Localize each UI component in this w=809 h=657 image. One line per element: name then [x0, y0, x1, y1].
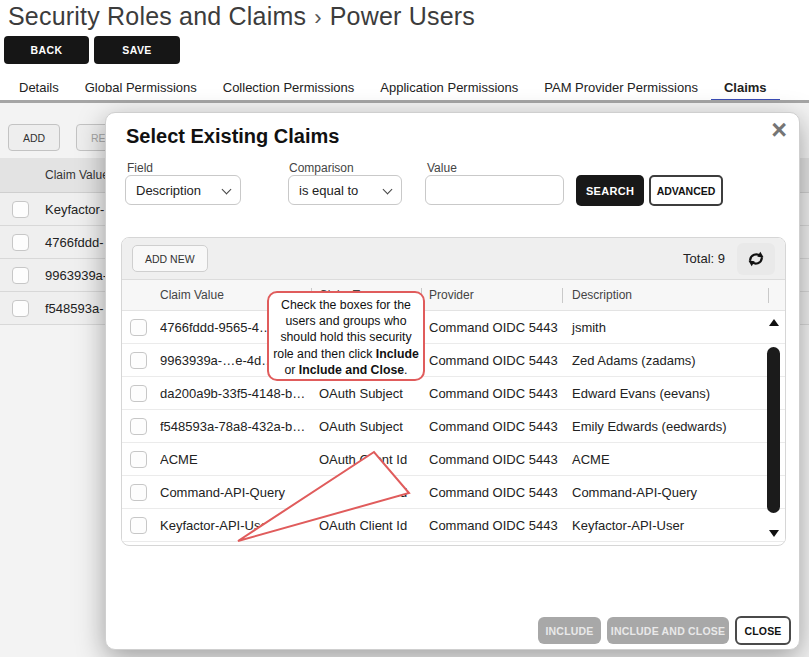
row-checkbox[interactable]: [130, 451, 147, 468]
value-label: Value: [427, 161, 457, 175]
field-select[interactable]: Description: [125, 175, 241, 205]
provider-cell: Command OIDC 5443: [421, 386, 562, 401]
refresh-icon: [746, 249, 766, 269]
column-header-description[interactable]: Description: [562, 288, 785, 302]
column-separator: [562, 288, 563, 303]
callout-text: Include and Close: [299, 363, 404, 377]
scroll-down-icon[interactable]: [769, 530, 779, 537]
tab-claims[interactable]: Claims: [711, 75, 780, 103]
grid-header-row: Claim Value Claim Type Provider Descript…: [122, 280, 785, 311]
scrollbar[interactable]: [766, 315, 782, 541]
claim-value-cell: da200a9b-33f5-4148-b…: [160, 386, 311, 401]
description-cell: Emily Edwards (eedwards): [562, 419, 785, 434]
page-title: Security Roles and Claims›Power Users: [8, 2, 475, 31]
advanced-button[interactable]: ADVANCED: [649, 175, 723, 206]
claim-row: Command-API-QueryOAuth Client IdCommand …: [122, 476, 785, 509]
claim-row: da200a9b-33f5-4148-b…OAuth SubjectComman…: [122, 377, 785, 410]
description-cell: ACME: [562, 452, 785, 467]
claim-row: f548593a-78a8-432a-b…OAuth SubjectComman…: [122, 410, 785, 443]
field-select-value: Description: [136, 183, 201, 198]
row-checkbox[interactable]: [130, 385, 147, 402]
claim-value-cell: Command-API-Query: [160, 485, 311, 500]
claim-value-cell: 4766fddd-: [45, 235, 104, 250]
provider-cell: Command OIDC 5443: [421, 518, 562, 533]
description-cell: Edward Evans (eevans): [562, 386, 785, 401]
column-header-provider[interactable]: Provider: [421, 288, 562, 302]
claims-grid: ADD NEW Total: 9 Claim Value Claim Type …: [121, 237, 786, 546]
claim-type-cell: OAuth Client Id: [311, 485, 421, 500]
chevron-down-icon: [222, 185, 232, 195]
column-separator: [768, 288, 769, 303]
field-label: Field: [127, 161, 153, 175]
grid-toolbar: ADD NEW Total: 9: [122, 238, 785, 280]
description-cell: Zed Adams (zadams): [562, 353, 785, 368]
tab-pam-provider-permissions[interactable]: PAM Provider Permissions: [531, 75, 711, 103]
claim-row: 9963939a-…e-4d…OAuth SubjectCommand OIDC…: [122, 344, 785, 377]
row-checkbox[interactable]: [12, 300, 29, 317]
claim-row: 4766fddd-9565-4…OAuth SubjectCommand OID…: [122, 311, 785, 344]
grid-body: 4766fddd-9565-4…OAuth SubjectCommand OID…: [122, 311, 785, 542]
chevron-down-icon: [383, 185, 393, 195]
callout-text: or: [284, 363, 298, 377]
row-checkbox[interactable]: [130, 517, 147, 534]
claim-value-cell: f548593a-78a8-432a-b…: [160, 419, 311, 434]
claim-value-cell: 9963939a-: [45, 268, 107, 283]
claim-type-cell: OAuth Subject: [311, 386, 421, 401]
breadcrumb-current: Power Users: [330, 2, 475, 30]
row-checkbox[interactable]: [130, 418, 147, 435]
provider-cell: Command OIDC 5443: [421, 452, 562, 467]
claim-type-cell: OAuth Subject: [311, 419, 421, 434]
value-input[interactable]: [425, 175, 564, 205]
refresh-button[interactable]: [737, 243, 775, 275]
include-button[interactable]: INCLUDE: [538, 617, 601, 644]
back-button[interactable]: BACK: [4, 36, 89, 64]
scrollbar-thumb[interactable]: [767, 347, 780, 513]
claim-value-cell: ACME: [160, 452, 311, 467]
provider-cell: Command OIDC 5443: [421, 419, 562, 434]
row-checkbox[interactable]: [130, 352, 147, 369]
include-and-close-button[interactable]: INCLUDE AND CLOSE: [607, 617, 729, 644]
save-button[interactable]: SAVE: [94, 36, 180, 64]
total-count: Total: 9: [683, 251, 725, 266]
claim-value-cell: Keyfactor-API-User: [160, 518, 311, 533]
breadcrumb-separator-icon: ›: [314, 5, 322, 30]
add-button[interactable]: ADD: [8, 124, 60, 151]
claim-value-cell: Keyfactor-: [45, 202, 104, 217]
description-cell: Command-API-Query: [562, 485, 785, 500]
callout: Check the boxes for the users and groups…: [267, 291, 425, 381]
select-existing-claims-modal: × Select Existing Claims Field Compariso…: [105, 112, 800, 650]
modal-title: Select Existing Claims: [126, 125, 339, 148]
provider-cell: Command OIDC 5443: [421, 320, 562, 335]
close-button[interactable]: CLOSE: [735, 616, 791, 645]
callout-text: .: [404, 363, 407, 377]
row-checkbox[interactable]: [12, 267, 29, 284]
comparison-select[interactable]: is equal to: [288, 175, 402, 205]
tab-application-permissions[interactable]: Application Permissions: [367, 75, 531, 103]
callout-text: Include: [376, 347, 419, 361]
description-cell: Keyfactor-API-User: [562, 518, 785, 533]
add-new-button[interactable]: ADD NEW: [132, 245, 208, 272]
tab-collection-permissions[interactable]: Collection Permissions: [210, 75, 368, 103]
background-claim-value-header: Claim Value: [45, 168, 109, 182]
row-checkbox[interactable]: [130, 484, 147, 501]
search-button[interactable]: SEARCH: [576, 175, 644, 206]
comparison-label: Comparison: [289, 161, 354, 175]
claim-row: ACMEOAuth Client IdCommand OIDC 5443ACME: [122, 443, 785, 476]
row-checkbox[interactable]: [130, 319, 147, 336]
tab-bar: DetailsGlobal PermissionsCollection Perm…: [6, 76, 780, 103]
row-checkbox[interactable]: [12, 201, 29, 218]
comparison-select-value: is equal to: [299, 183, 358, 198]
claim-type-cell: OAuth Client Id: [311, 452, 421, 467]
provider-cell: Command OIDC 5443: [421, 485, 562, 500]
provider-cell: Command OIDC 5443: [421, 353, 562, 368]
breadcrumb-root: Security Roles and Claims: [8, 2, 306, 30]
tab-details[interactable]: Details: [6, 75, 72, 103]
claim-type-cell: OAuth Client Id: [311, 518, 421, 533]
claim-value-cell: f548593a-: [45, 301, 104, 316]
close-icon[interactable]: ×: [771, 117, 787, 144]
claim-row: Keyfactor-API-UserOAuth Client IdCommand…: [122, 509, 785, 542]
row-checkbox[interactable]: [12, 234, 29, 251]
description-cell: jsmith: [562, 320, 785, 335]
tab-global-permissions[interactable]: Global Permissions: [72, 75, 210, 103]
scroll-up-icon[interactable]: [769, 319, 779, 326]
